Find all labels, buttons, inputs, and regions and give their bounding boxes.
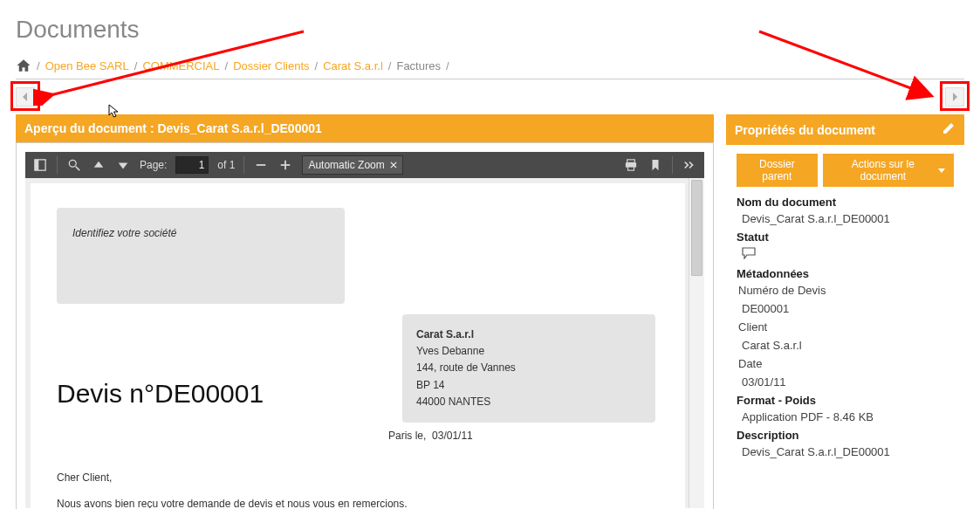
prop-value-name: Devis_Carat S.a.r.l_DE00001 [737, 212, 954, 225]
breadcrumb-current: Factures [396, 59, 441, 72]
meta-label-num: Numéro de Devis [737, 284, 954, 297]
page-down-icon[interactable] [115, 157, 131, 173]
scrollbar-thumb[interactable] [691, 180, 702, 276]
document-actions-button[interactable]: Actions sur le document [823, 154, 954, 187]
svg-rect-3 [35, 160, 38, 170]
properties-header: Propriétés du document [726, 114, 964, 145]
caret-down-icon [938, 169, 945, 173]
prop-label-status: Statut [737, 230, 954, 244]
parent-folder-button[interactable]: Dossier parent [737, 154, 818, 187]
breadcrumb-link[interactable]: Carat S.a.r.l [323, 59, 383, 72]
prev-document-button[interactable] [16, 87, 35, 107]
comment-icon [737, 247, 954, 262]
breadcrumb-link[interactable]: COMMERCIAL [142, 59, 219, 72]
preview-header: Aperçu du document : Devis_Carat S.a.r.l… [16, 114, 714, 142]
page-of-label: of 1 [217, 159, 235, 171]
zoom-select[interactable]: Automatic Zoom [302, 155, 402, 175]
society-placeholder: Identifiez votre société [57, 208, 345, 304]
pdf-toolbar: Page: of 1 Automatic Zoom [25, 152, 704, 178]
svg-rect-9 [627, 160, 635, 163]
meta-value-client: Carat S.a.r.l [737, 339, 954, 352]
zoom-out-icon[interactable] [253, 157, 269, 173]
meta-label-date: Date [737, 357, 954, 370]
prop-value-description: Devis_Carat S.a.r.l_DE00001 [737, 445, 954, 458]
svg-rect-6 [257, 164, 266, 166]
prop-label-name: Nom du document [737, 196, 954, 209]
page-up-icon[interactable] [91, 157, 106, 173]
properties-panel: Dossier parent Actions sur le document N… [726, 145, 964, 472]
print-icon[interactable] [623, 157, 639, 173]
pdf-viewer: Page: of 1 Automatic Zoom Identifiez v [16, 142, 714, 509]
tools-icon[interactable] [682, 157, 697, 173]
document-body: Cher Client, Nous avons bien reçu votre … [57, 470, 659, 508]
meta-value-num: DE00001 [737, 302, 954, 315]
svg-point-4 [69, 160, 76, 167]
bookmark-icon[interactable] [648, 157, 663, 173]
search-icon[interactable] [66, 157, 82, 173]
recipient-address: Carat S.a.r.l Yves Debanne 144, route de… [402, 314, 655, 423]
page-number-input[interactable] [175, 156, 209, 174]
breadcrumb-link[interactable]: Dossier Clients [233, 59, 309, 72]
prop-value-format: Application PDF - 8.46 KB [737, 410, 954, 423]
document-page: Identifiez votre société Carat S.a.r.l Y… [31, 183, 685, 508]
prop-label-description: Description [737, 429, 954, 442]
page-title: Documents [16, 16, 964, 44]
home-icon[interactable] [16, 58, 31, 73]
zoom-in-icon[interactable] [278, 157, 293, 173]
breadcrumb-link[interactable]: Open Bee SARL [45, 59, 129, 72]
meta-label-client: Client [737, 320, 954, 334]
pencil-icon[interactable] [942, 121, 956, 138]
meta-value-date: 03/01/11 [737, 375, 954, 389]
scrollbar[interactable] [689, 178, 704, 508]
breadcrumb: / Open Bee SARL / COMMERCIAL / Dossier C… [16, 58, 964, 73]
document-date-line: Paris le, 03/01/11 [388, 430, 473, 442]
prop-label-metadata: Métadonnées [737, 267, 954, 280]
next-document-button[interactable] [945, 87, 964, 107]
prop-label-format: Format - Poids [737, 394, 954, 407]
svg-rect-8 [285, 161, 287, 170]
sidebar-toggle-icon[interactable] [32, 157, 48, 173]
svg-rect-10 [626, 162, 636, 167]
page-label: Page: [140, 159, 167, 171]
svg-line-5 [76, 167, 79, 170]
